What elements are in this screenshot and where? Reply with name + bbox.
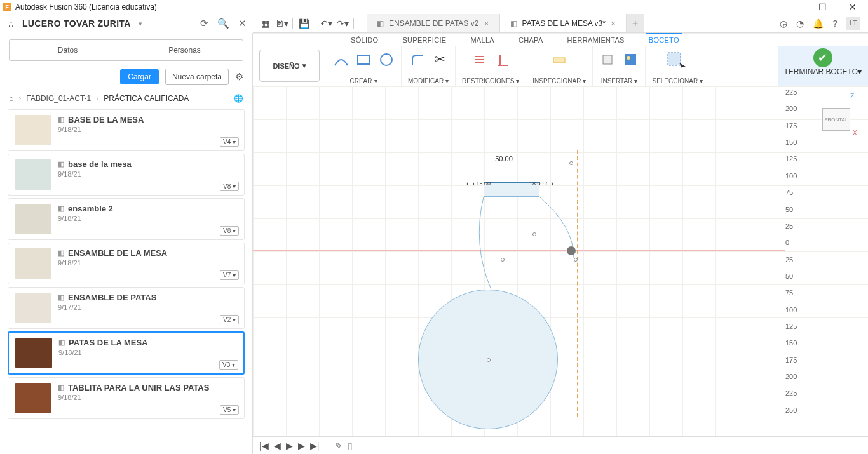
view-cube[interactable]: Z FRONTAL X bbox=[818, 102, 858, 137]
tab-data[interactable]: Datos bbox=[10, 40, 126, 60]
document-tab[interactable]: ◧ ENSAMBLE DE PATAS v2 × bbox=[367, 14, 500, 32]
selection-tool-icon[interactable] bbox=[667, 51, 688, 68]
tab-close-icon[interactable]: × bbox=[484, 18, 489, 29]
insert-image-icon[interactable] bbox=[622, 51, 639, 68]
maximize-button[interactable]: ☐ bbox=[815, 2, 830, 12]
ribbon-tab-mesh[interactable]: MALLA bbox=[468, 34, 497, 46]
breadcrumb-project[interactable]: FABDIG_01-ACT-1 bbox=[26, 94, 91, 103]
file-date: 9/18/21 bbox=[58, 394, 238, 401]
grid-menu-icon[interactable]: ▦ bbox=[258, 17, 272, 30]
tab-people[interactable]: Personas bbox=[126, 40, 243, 60]
team-name[interactable]: LUCERO TOVAR ZURITA bbox=[22, 18, 131, 29]
group-modify-label[interactable]: MODIFICAR▾ bbox=[408, 77, 449, 84]
group-create-label[interactable]: CREAR▾ bbox=[349, 77, 377, 84]
origin-marker[interactable] bbox=[567, 246, 576, 255]
ribbon-tab-surface[interactable]: SUPERFICIE bbox=[400, 34, 449, 46]
fillet-tool-icon[interactable] bbox=[409, 51, 425, 68]
cube-icon: ◧ bbox=[58, 293, 64, 302]
panel-close-icon[interactable]: ✕ bbox=[238, 18, 247, 29]
timeline-back-icon[interactable]: ◀ bbox=[274, 441, 281, 451]
tab-close-icon[interactable]: × bbox=[611, 18, 616, 29]
version-badge[interactable]: V2 ▾ bbox=[220, 315, 239, 324]
finish-sketch-button[interactable]: ✔ TERMINAR BOCETO▾ bbox=[778, 46, 868, 86]
sketch-profile[interactable] bbox=[472, 182, 574, 290]
file-item[interactable]: ◧ENSAMBLE DE PATAS 9/17/21 V2 ▾ bbox=[8, 287, 245, 329]
job-status-icon[interactable]: ◔ bbox=[796, 18, 804, 29]
ruler-tick: 225 bbox=[785, 88, 806, 96]
user-avatar[interactable]: LT bbox=[846, 17, 860, 30]
measure-tool-icon[interactable] bbox=[551, 51, 567, 68]
sketch-point[interactable] bbox=[574, 258, 578, 262]
group-insert-label[interactable]: INSERTAR▾ bbox=[601, 77, 638, 84]
new-tab-button[interactable]: + bbox=[627, 14, 644, 32]
group-constraints-label[interactable]: RESTRICCIONES▾ bbox=[462, 77, 519, 84]
file-item[interactable]: ◧BASE DE LA MESA 9/18/21 V4 ▾ bbox=[8, 109, 245, 151]
group-inspect-label[interactable]: INSPECCIONAR▾ bbox=[532, 77, 586, 84]
file-date: 9/18/21 bbox=[58, 259, 238, 267]
timeline-end-icon[interactable]: ▶| bbox=[310, 441, 320, 451]
rectangle-tool-icon[interactable] bbox=[355, 51, 372, 68]
workspace-switcher[interactable]: DISEÑO▾ bbox=[259, 50, 320, 82]
perpendicular-constraint-icon[interactable] bbox=[494, 51, 510, 68]
group-select-label[interactable]: SELECCIONAR▾ bbox=[652, 77, 703, 84]
version-badge[interactable]: V7 ▾ bbox=[220, 270, 239, 280]
circle-tool-icon[interactable] bbox=[378, 51, 395, 68]
horizontal-constraint-icon[interactable] bbox=[471, 51, 487, 68]
app-icon: F bbox=[3, 3, 11, 11]
canvas[interactable]: 50.00 ⟷ 18.00 18.00 ⟷ 225200175150125100… bbox=[253, 86, 868, 436]
insert-derive-icon[interactable] bbox=[599, 51, 616, 68]
timeline-marker-icon[interactable]: ▯ bbox=[348, 441, 353, 451]
dimension-vertical-left[interactable]: ⟷ 18.00 bbox=[466, 180, 491, 187]
ribbon-tab-tools[interactable]: HERRAMIENTAS bbox=[565, 34, 627, 46]
upload-button[interactable]: Cargar bbox=[120, 69, 159, 84]
trim-tool-icon[interactable]: ✂ bbox=[431, 51, 448, 68]
file-item[interactable]: ◧ensamble 2 9/18/21 V8 ▾ bbox=[8, 198, 245, 240]
version-badge[interactable]: V5 ▾ bbox=[220, 405, 239, 415]
sketch-point[interactable] bbox=[487, 358, 491, 362]
web-link-icon[interactable]: 🌐 bbox=[234, 94, 243, 103]
cube-icon: ◧ bbox=[510, 19, 517, 28]
version-badge[interactable]: V4 ▾ bbox=[220, 137, 239, 147]
sketch-point[interactable] bbox=[569, 161, 573, 165]
close-button[interactable]: ✕ bbox=[845, 2, 860, 12]
timeline-forward-icon[interactable]: ▶ bbox=[298, 441, 305, 451]
team-icon[interactable]: ⛬ bbox=[6, 18, 16, 29]
minimize-button[interactable]: — bbox=[784, 2, 799, 12]
construction-line bbox=[577, 150, 578, 417]
file-item[interactable]: ◧PATAS DE LA MESA 9/18/21 V3 ▾ bbox=[8, 331, 245, 375]
help-icon[interactable]: ? bbox=[832, 18, 837, 29]
timeline-play-icon[interactable]: ▶ bbox=[286, 441, 293, 451]
refresh-icon[interactable]: ⟳ bbox=[200, 18, 208, 29]
ruler-tick: 150 bbox=[785, 339, 806, 347]
file-item[interactable]: ◧ENSAMBLE DE LA MESA 9/18/21 V7 ▾ bbox=[8, 243, 245, 284]
file-item[interactable]: ◧TABLITA PARA LA UNIR LAS PATAS 9/18/21 … bbox=[8, 377, 245, 419]
search-icon[interactable]: 🔍 bbox=[217, 18, 229, 29]
home-icon[interactable]: ⌂ bbox=[9, 94, 13, 103]
version-badge[interactable]: V8 ▾ bbox=[220, 182, 239, 191]
undo-icon[interactable]: ↶▾ bbox=[319, 17, 333, 30]
version-badge[interactable]: V3 ▾ bbox=[219, 360, 238, 370]
file-thumbnail bbox=[15, 338, 52, 368]
timeline-start-icon[interactable]: |◀ bbox=[259, 441, 269, 451]
settings-icon[interactable]: ⚙ bbox=[235, 71, 243, 83]
document-tab-active[interactable]: ◧ PATAS DE LA MESA v3* × bbox=[500, 14, 627, 32]
save-icon[interactable]: 💾 bbox=[297, 17, 311, 30]
new-folder-button[interactable]: Nueva carpeta bbox=[165, 69, 229, 85]
timeline-feature-sketch-icon[interactable]: ✎ bbox=[335, 441, 342, 451]
chevron-down-icon[interactable]: ▾ bbox=[139, 20, 142, 28]
svg-point-1 bbox=[381, 54, 392, 65]
ribbon-tab-sketch[interactable]: BOCETO bbox=[646, 33, 682, 46]
file-date: 9/18/21 bbox=[58, 215, 238, 222]
extensions-icon[interactable]: ◶ bbox=[780, 18, 787, 29]
dimension-vertical-right[interactable]: 18.00 ⟷ bbox=[529, 180, 553, 187]
version-badge[interactable]: V8 ▾ bbox=[220, 226, 239, 236]
file-menu-icon[interactable]: 🖹▾ bbox=[275, 17, 288, 30]
viewcube-face[interactable]: FRONTAL bbox=[822, 108, 850, 131]
ribbon-tab-sheet[interactable]: CHAPA bbox=[516, 34, 546, 46]
line-tool-icon[interactable] bbox=[332, 51, 349, 68]
ribbon-tab-solid[interactable]: SÓLIDO bbox=[348, 34, 381, 46]
redo-icon[interactable]: ↷▾ bbox=[336, 17, 349, 30]
file-item[interactable]: ◧base de la mesa 9/18/21 V8 ▾ bbox=[8, 154, 245, 196]
notifications-icon[interactable]: 🔔 bbox=[813, 18, 824, 29]
dimension-horizontal[interactable]: 50.00 bbox=[482, 155, 526, 168]
